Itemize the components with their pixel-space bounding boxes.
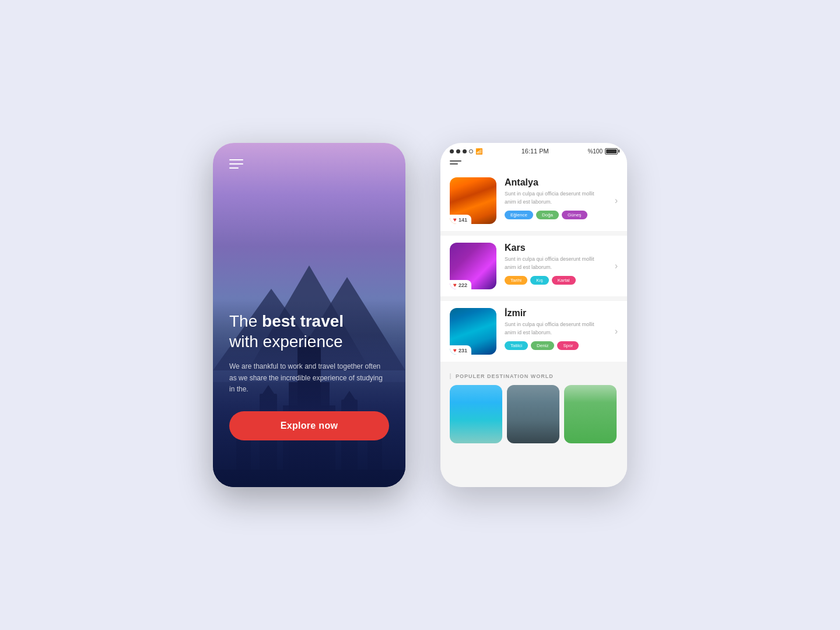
izmir-image: ♥ 231	[450, 308, 496, 355]
battery-icon	[605, 148, 618, 155]
chevron-right-icon: ›	[615, 195, 618, 206]
izmir-tag-3[interactable]: Spor	[557, 341, 579, 350]
antalya-image: ♥ 141	[450, 177, 496, 224]
battery-fill	[606, 149, 617, 153]
status-time: 16:11 PM	[522, 148, 549, 155]
third-photo	[564, 385, 617, 443]
battery-percent: %100	[587, 148, 603, 155]
app-header	[440, 157, 627, 170]
popular-img-3[interactable]	[564, 385, 617, 443]
status-bar: 📶 16:11 PM %100	[440, 143, 627, 157]
tagline-bold: best travel	[262, 312, 344, 330]
popular-section-title: POPULER DESTINATION WORLD	[450, 373, 618, 379]
explore-now-button[interactable]: Explore now	[229, 411, 389, 440]
antalya-name: Antalya	[505, 177, 607, 188]
popular-img-2[interactable]	[507, 385, 559, 443]
popular-grid	[450, 385, 618, 443]
izmir-name: İzmir	[505, 308, 607, 318]
heart-icon-kars: ♥	[453, 282, 457, 288]
izmir-tag-2[interactable]: Deniz	[531, 341, 554, 350]
kars-image: ♥ 222	[450, 243, 496, 289]
antalya-info: Antalya Sunt in culpa qui officia deseru…	[505, 177, 607, 219]
izmir-tag-1[interactable]: Tatilci	[505, 341, 528, 350]
status-signal: 📶	[450, 148, 482, 155]
antalya-desc: Sunt in culpa qui officia deserunt molli…	[505, 190, 607, 206]
wifi-icon: 📶	[475, 148, 482, 155]
destination-card-antalya[interactable]: ♥ 141 Antalya Sunt in culpa qui officia …	[440, 170, 627, 231]
popular-img-1[interactable]	[450, 385, 502, 443]
kars-tag-2[interactable]: Kış	[530, 276, 549, 285]
signal-dot-4	[469, 149, 473, 153]
heart-icon-izmir: ♥	[453, 347, 457, 354]
izmir-like-count: 231	[459, 348, 467, 354]
izmir-likes: ♥ 231	[450, 345, 471, 355]
destination-card-izmir[interactable]: ♥ 231 İzmir Sunt in culpa qui officia de…	[440, 301, 627, 362]
kars-name: Kars	[505, 243, 607, 253]
signal-dot-1	[450, 149, 454, 153]
destination-card-kars[interactable]: ♥ 222 Kars Sunt in culpa qui officia des…	[440, 236, 627, 296]
kars-like-count: 222	[459, 282, 467, 288]
chevron-right-icon-kars: ›	[615, 261, 618, 271]
izmir-info: İzmir Sunt in culpa qui officia deserunt…	[505, 308, 607, 350]
tagline-regular: The	[229, 312, 262, 330]
antalya-tags: Eğlence Doğa Güneş	[505, 211, 607, 219]
izmir-desc: Sunt in culpa qui officia deserunt molli…	[505, 321, 607, 337]
izmir-tags: Tatilci Deniz Spor	[505, 341, 607, 350]
signal-dot-3	[463, 149, 467, 153]
antalya-tag-2[interactable]: Doğa	[536, 211, 559, 219]
chevron-right-icon-izmir: ›	[615, 326, 618, 337]
antalya-like-count: 141	[459, 217, 467, 223]
right-phone-screen: 📶 16:11 PM %100 ♥ 141	[440, 143, 627, 487]
kars-info: Kars Sunt in culpa qui officia deserunt …	[505, 243, 607, 285]
europe-photo	[507, 385, 559, 443]
hero-description: We are thankful to work and travel toget…	[229, 361, 389, 395]
tagline: The best travel with experience	[229, 311, 389, 352]
hamburger-menu[interactable]	[450, 160, 461, 164]
signal-dot-2	[456, 149, 460, 153]
antalya-likes: ♥ 141	[450, 215, 471, 224]
heart-icon: ♥	[453, 216, 457, 223]
status-battery: %100	[587, 148, 618, 155]
kars-tag-3[interactable]: Kartal	[552, 276, 576, 285]
tagline-line2: with experience	[229, 332, 343, 351]
antalya-tag-3[interactable]: Güneş	[562, 211, 587, 219]
kars-likes: ♥ 222	[450, 280, 471, 289]
kars-desc: Sunt in culpa qui officia deserunt molli…	[505, 256, 607, 271]
kars-tags: Tarihi Kış Kartal	[505, 276, 607, 285]
content-area: ♥ 141 Antalya Sunt in culpa qui officia …	[440, 170, 627, 487]
menu-icon[interactable]	[229, 159, 243, 169]
antalya-tag-1[interactable]: Eğlence	[505, 211, 533, 219]
kars-tag-1[interactable]: Tarihi	[505, 276, 527, 285]
popular-section: POPULER DESTINATION WORLD	[440, 366, 627, 449]
left-phone-screen: The best travel with experience We are t…	[213, 143, 405, 487]
hero-content: The best travel with experience We are t…	[229, 311, 389, 440]
thailand-photo	[450, 385, 502, 443]
